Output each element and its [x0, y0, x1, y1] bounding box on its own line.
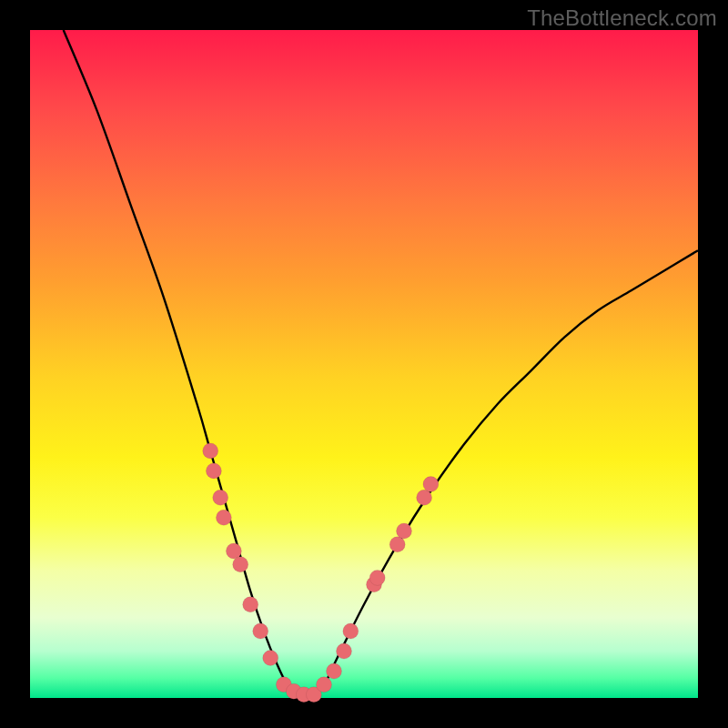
chart-svg: [30, 30, 698, 698]
bottleneck-curve-path: [64, 30, 698, 696]
data-dot: [243, 597, 258, 612]
data-dot: [389, 537, 405, 552]
data-dot: [343, 623, 359, 639]
chart-frame: TheBottleneck.com: [0, 0, 728, 728]
data-dot: [317, 677, 332, 693]
data-dot: [327, 663, 342, 679]
data-dot: [226, 543, 241, 559]
data-dot: [233, 557, 248, 572]
data-dot: [203, 443, 218, 459]
data-dot: [369, 570, 385, 585]
data-dot: [263, 651, 278, 666]
data-dot: [253, 623, 268, 639]
data-dots-group: [203, 443, 439, 703]
data-dot: [397, 523, 412, 539]
chart-plot-area: [30, 30, 698, 698]
data-dot: [417, 490, 432, 505]
data-dot: [206, 463, 221, 479]
data-dot: [213, 490, 228, 505]
data-dot: [216, 510, 231, 525]
watermark-text: TheBottleneck.com: [527, 5, 717, 31]
data-dot: [423, 477, 439, 492]
data-dot: [337, 643, 352, 659]
